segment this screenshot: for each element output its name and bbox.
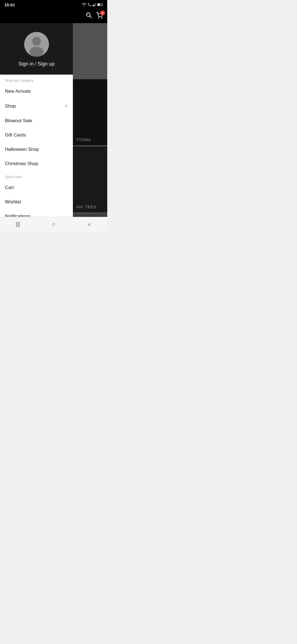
halloween-shop-label: Halloween Shop: [5, 147, 39, 152]
notifications-label: Notifications: [5, 214, 31, 217]
cart-badge: 0: [100, 10, 105, 15]
new-arrivals-label: New Arrivals: [5, 89, 31, 94]
svg-point-9: [98, 18, 99, 18]
blowout-sale-label: Blowout Sale: [5, 118, 32, 124]
shop-by-category-section: Shop by Category New Arrivals Shop + Blo…: [0, 75, 73, 171]
sign-in-label[interactable]: Sign in / Sign up: [18, 61, 54, 67]
back-chevron-icon: ‹: [88, 220, 91, 228]
sidebar-item-notifications[interactable]: Notifications: [0, 209, 73, 217]
bottom-nav: ||| ○ ‹: [0, 217, 107, 232]
search-icon: [86, 12, 92, 18]
header-bar: 0: [0, 9, 107, 23]
svg-point-13: [29, 47, 44, 57]
sidebar-item-blowout-sale[interactable]: Blowout Sale: [0, 114, 73, 128]
nav-back-button[interactable]: ‹: [81, 219, 98, 229]
sidebar-item-shop[interactable]: Shop +: [0, 99, 73, 114]
bg-overlay: [73, 23, 107, 217]
shop-expand-icon: +: [65, 103, 68, 109]
svg-rect-1: [94, 4, 94, 6]
shop-by-category-label: Shop by Category: [0, 75, 73, 84]
nav-menu-button[interactable]: |||: [10, 219, 26, 229]
status-bar: 15:01: [0, 0, 107, 9]
drawer-header[interactable]: Sign in / Sign up: [0, 23, 73, 75]
gift-cards-label: Gift Cards: [5, 132, 26, 138]
menu-lines-icon: |||: [16, 221, 20, 227]
cart-label: Cart: [5, 185, 14, 190]
home-circle-icon: ○: [52, 221, 55, 228]
svg-point-7: [87, 13, 90, 17]
status-icons: [82, 3, 103, 7]
header-icons: 0: [86, 12, 103, 20]
sidebar-item-new-arrivals[interactable]: New Arrivals: [0, 84, 73, 99]
svg-rect-3: [95, 3, 96, 6]
background-content: TTOMS HIC TEES: [73, 23, 107, 217]
status-time: 15:01: [4, 2, 15, 7]
svg-rect-0: [92, 5, 93, 6]
signal-icon: [92, 3, 96, 6]
svg-rect-2: [94, 4, 95, 7]
sidebar-item-gift-cards[interactable]: Gift Cards: [0, 128, 73, 142]
nav-home-button[interactable]: ○: [45, 219, 62, 229]
sidebar-item-christmas-shop[interactable]: Christmas Shop: [0, 157, 73, 171]
avatar-icon: [24, 32, 49, 57]
svg-rect-6: [98, 4, 100, 6]
quick-links-section: Quick links Cart Wishlist Notifications …: [0, 171, 73, 217]
sidebar-item-halloween-shop[interactable]: Halloween Shop: [0, 142, 73, 157]
svg-line-8: [90, 16, 92, 18]
svg-point-10: [101, 18, 102, 18]
svg-rect-5: [102, 4, 103, 5]
avatar: [24, 32, 49, 57]
shop-label: Shop: [5, 103, 16, 109]
sidebar-item-wishlist[interactable]: Wishlist: [0, 195, 73, 209]
drawer: Sign in / Sign up Shop by Category New A…: [0, 23, 73, 217]
christmas-shop-label: Christmas Shop: [5, 161, 38, 167]
battery-icon: [97, 3, 103, 6]
sidebar-item-cart[interactable]: Cart: [0, 181, 73, 195]
phone-container: 15:01: [0, 0, 107, 232]
svg-point-12: [32, 37, 41, 46]
wifi-icon: [82, 3, 86, 6]
cart-button[interactable]: 0: [96, 12, 103, 20]
call-icon: [87, 3, 91, 7]
wishlist-label: Wishlist: [5, 199, 21, 205]
search-button[interactable]: [86, 12, 92, 20]
quick-links-label: Quick links: [0, 171, 73, 181]
main-content: Sign in / Sign up Shop by Category New A…: [0, 23, 107, 217]
